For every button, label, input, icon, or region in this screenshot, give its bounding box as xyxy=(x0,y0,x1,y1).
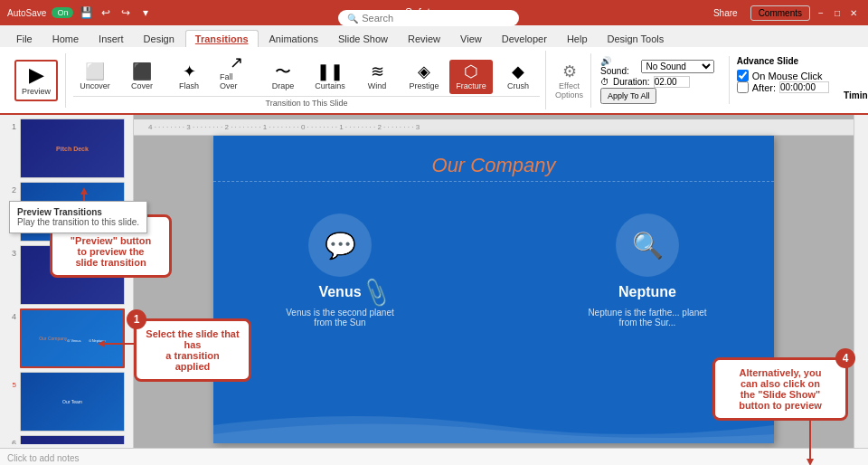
callout-1-container: 1 Select the slide that hasa transitiona… xyxy=(134,318,251,382)
curtains-icon: ❚❚ xyxy=(316,63,344,80)
transition-drape[interactable]: 〜 Drape xyxy=(261,60,305,94)
transition-flash[interactable]: ✦ Flash xyxy=(167,60,211,94)
undo-icon[interactable]: ↩ xyxy=(99,5,113,20)
callout-1-badge: 1 xyxy=(127,309,146,329)
slide-image-1[interactable]: Pitch Deck xyxy=(20,119,125,178)
customize-icon[interactable]: ▾ xyxy=(138,5,153,20)
slide-num-3: 3 xyxy=(4,249,16,258)
transition-wind[interactable]: ≋ Wind xyxy=(355,60,399,94)
transition-cover[interactable]: ⬛ Cover xyxy=(120,60,164,94)
tab-animations[interactable]: Animations xyxy=(260,31,327,47)
timing-section: Advance Slide On Mouse Click After: xyxy=(729,56,829,104)
comments-button[interactable]: Comments xyxy=(750,5,810,21)
redo-icon[interactable]: ↪ xyxy=(118,5,133,20)
autosave-toggle[interactable]: On xyxy=(52,7,73,18)
share-button[interactable]: Share xyxy=(704,6,747,20)
slide-panel: 1 Pitch Deck 2 Table of Contents 3 xyxy=(0,115,134,448)
preview-label: Preview xyxy=(22,87,51,96)
tab-file[interactable]: File xyxy=(7,31,42,47)
main-area: 1 Pitch Deck 2 Table of Contents 3 xyxy=(0,115,868,448)
duration-icon: ⏱ xyxy=(600,77,609,87)
venus-desc: Venus is the second planet from the Sun xyxy=(277,308,403,327)
apply-all-button[interactable]: Apply To All xyxy=(600,88,656,104)
tooltip-desc: Play the transition to this slide. xyxy=(17,217,139,227)
ribbon-content: ▶ Preview ⬜ Uncover ⬛ Cover ✦ Flash ↗ Fa… xyxy=(0,47,868,115)
after-checkbox[interactable] xyxy=(737,81,749,93)
slide-image-5[interactable]: Our Team xyxy=(20,372,125,432)
notes-placeholder[interactable]: Click to add notes xyxy=(7,453,80,463)
fracture-icon: ⬡ xyxy=(464,63,478,80)
tab-transitions[interactable]: Transitions xyxy=(185,30,259,47)
apply-row: Apply To All xyxy=(600,88,714,104)
save-icon[interactable]: 💾 xyxy=(79,5,93,20)
transition-curtains[interactable]: ❚❚ Curtains xyxy=(308,60,352,94)
duration-input[interactable] xyxy=(654,76,690,88)
restore-icon[interactable]: □ xyxy=(830,5,844,20)
slide-thumb-5[interactable]: 5 Our Team xyxy=(4,372,129,432)
transition-buttons-row: ⬜ Uncover ⬛ Cover ✦ Flash ↗ Fall Over 〜 … xyxy=(73,51,540,94)
venus-icon: 💬 xyxy=(325,231,356,261)
effect-options-button[interactable]: ⚙ EffectOptions xyxy=(552,58,587,103)
neptune-item: 🔍 Neptune Neptune is the farthe... plane… xyxy=(584,214,711,327)
neptune-icon: 🔍 xyxy=(632,231,664,261)
tab-review[interactable]: Review xyxy=(399,31,449,47)
preview-button[interactable]: ▶ Preview xyxy=(14,60,58,101)
flash-icon: ✦ xyxy=(183,63,196,80)
tab-designtools[interactable]: Design Tools xyxy=(599,31,674,47)
duration-row: ⏱ Duration: xyxy=(600,76,714,88)
tab-design[interactable]: Design xyxy=(135,31,184,47)
slide-num-6: 6 xyxy=(4,439,16,444)
tooltip-title: Preview Transitions xyxy=(17,207,139,217)
ribbon-tabs: File Home Insert Design Transitions Anim… xyxy=(0,25,868,47)
transition-label: Transition to This Slide xyxy=(73,96,540,109)
slide-thumb-1[interactable]: 1 Pitch Deck xyxy=(4,119,129,178)
transition-prestige[interactable]: ◈ Prestige xyxy=(402,60,446,94)
neptune-name: Neptune xyxy=(618,284,676,300)
slide-num-5: 5 xyxy=(4,381,16,389)
search-input[interactable] xyxy=(362,13,497,24)
slide-decoration xyxy=(213,181,774,183)
after-input[interactable] xyxy=(779,81,829,93)
top-actions: Share Comments − □ ✕ xyxy=(704,5,861,21)
transition-crush[interactable]: ◆ Crush xyxy=(496,60,540,94)
slide-num-2: 2 xyxy=(4,185,16,195)
slide-content-area: 💬 Venus Venus is the second planet from … xyxy=(213,214,774,327)
right-sidebar xyxy=(854,115,868,448)
wind-icon: ≋ xyxy=(371,63,384,80)
effect-label: EffectOptions xyxy=(555,81,583,100)
slide-thumb-6[interactable]: 6 Slide 6 xyxy=(4,435,129,444)
after-row: After: xyxy=(737,81,829,93)
callout-4-text: Alternatively, youcan also click onthe "… xyxy=(712,357,848,421)
transition-fallover[interactable]: ↗ Fall Over xyxy=(214,51,258,94)
tab-slideshow[interactable]: Slide Show xyxy=(329,31,397,47)
slide-content-5: Our Team xyxy=(21,373,124,431)
slide-main-title: Our Company xyxy=(213,154,774,177)
prestige-icon: ◈ xyxy=(418,63,430,80)
tab-home[interactable]: Home xyxy=(43,31,88,47)
on-mouse-click-checkbox[interactable] xyxy=(737,70,749,81)
slide-image-6[interactable]: Slide 6 xyxy=(20,435,125,444)
callout-4-container: 4 Alternatively, youcan also click onthe… xyxy=(712,357,848,421)
tab-developer[interactable]: Developer xyxy=(493,31,556,47)
uncover-icon: ⬜ xyxy=(85,63,105,80)
slide-panel-scroll: 1 Pitch Deck 2 Table of Contents 3 xyxy=(4,119,129,444)
notes-bar: Click to add notes xyxy=(0,448,868,465)
crush-icon: ◆ xyxy=(512,63,524,80)
neptune-circle: 🔍 xyxy=(616,214,679,277)
preview-icon: ▶ xyxy=(29,65,44,85)
minimize-icon[interactable]: − xyxy=(814,5,828,20)
title-bar-left: AutoSave On 💾 ↩ ↪ ▾ xyxy=(7,5,153,20)
transition-uncover[interactable]: ⬜ Uncover xyxy=(73,60,117,94)
svg-marker-3 xyxy=(80,187,88,195)
tab-view[interactable]: View xyxy=(451,31,491,47)
mouse-click-row: On Mouse Click xyxy=(737,70,829,81)
svg-marker-1 xyxy=(98,340,105,347)
transition-fracture[interactable]: ⬡ Fracture xyxy=(449,60,493,94)
duration-label: Duration: xyxy=(613,77,650,87)
tab-help[interactable]: Help xyxy=(558,31,597,47)
sound-label: 🔊 Sound: xyxy=(600,56,637,76)
transitions-gallery: ⬜ Uncover ⬛ Cover ✦ Flash ↗ Fall Over 〜 … xyxy=(68,51,546,109)
tab-insert[interactable]: Insert xyxy=(90,31,133,47)
sound-select[interactable]: No Sound xyxy=(641,60,713,73)
close-icon[interactable]: ✕ xyxy=(846,5,861,20)
